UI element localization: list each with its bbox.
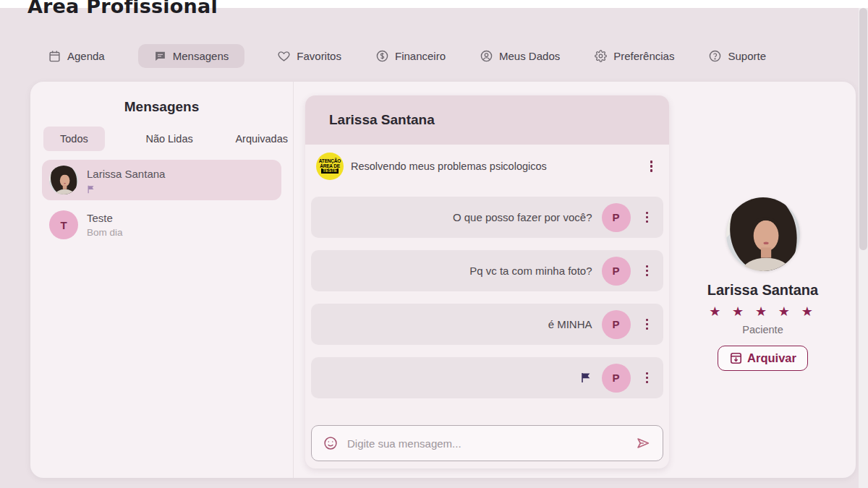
dollar-circle-icon <box>376 50 388 62</box>
message-text: O que posso fazer por você? <box>453 211 592 223</box>
chat-header: Larissa Santana <box>305 95 669 145</box>
page-scrollbar[interactable] <box>859 8 868 488</box>
tab-favoritos[interactable]: Favoritos <box>276 44 343 68</box>
conversation-preview: Bom dia <box>87 227 123 238</box>
gear-icon <box>595 50 607 62</box>
help-circle-icon <box>709 50 721 62</box>
chat-message-list: ATENÇÃO ÁREA DE TESTE Resolvendo meus pr… <box>305 145 669 410</box>
message-input[interactable] <box>347 437 626 450</box>
message-menu-icon[interactable] <box>644 158 659 175</box>
archive-box-icon <box>729 351 743 365</box>
tab-suporte[interactable]: Suporte <box>707 44 767 68</box>
tab-label: Meus Dados <box>499 50 560 62</box>
archive-button-label: Arquivar <box>747 351 796 365</box>
badge-line: TESTE <box>321 168 339 174</box>
message-text: Pq vc ta com minha foto? <box>469 265 592 277</box>
message-row-incoming: ATENÇÃO ÁREA DE TESTE Resolvendo meus pr… <box>311 148 663 184</box>
messages-page-card: Mensagens Todos Não Lidas Arquivadas Lar… <box>30 82 856 478</box>
message-text: Resolvendo meus problemas psicologicos <box>351 160 547 172</box>
tab-financeiro[interactable]: Financeiro <box>375 44 447 68</box>
patient-profile-panel: Larissa Santana ★ ★ ★ ★ ★ Paciente Arqui… <box>670 197 856 371</box>
tab-label: Suporte <box>728 50 766 62</box>
flag-icon <box>580 372 592 384</box>
conversation-name: Larissa Santana <box>87 168 165 180</box>
professional-avatar: P <box>602 364 631 393</box>
message-menu-icon[interactable] <box>640 209 655 226</box>
message-row-outgoing: Pq vc ta com minha foto? P <box>311 250 663 291</box>
message-row-outgoing-flagged: P <box>311 357 663 398</box>
message-row-outgoing: é MINHA P <box>311 304 663 345</box>
professional-avatar: P <box>602 257 631 286</box>
flag-icon <box>87 184 95 192</box>
avatar: T <box>49 210 78 239</box>
send-icon[interactable] <box>635 435 651 451</box>
chat-panel: Larissa Santana ATENÇÃO ÁREA DE TESTE Re… <box>305 95 669 468</box>
avatar <box>49 166 78 194</box>
conversation-name: Teste <box>87 212 113 224</box>
tab-label: Preferências <box>613 50 674 62</box>
scrollbar-thumb[interactable] <box>859 8 867 250</box>
archive-button[interactable]: Arquivar <box>718 346 808 371</box>
user-circle-icon <box>480 50 493 62</box>
message-menu-icon[interactable] <box>640 262 655 280</box>
filter-nao-lidas[interactable]: Não Lidas <box>144 127 194 151</box>
message-menu-icon[interactable] <box>640 316 655 333</box>
patient-name: Larissa Santana <box>707 282 818 299</box>
conversation-list: Larissa Santana T Teste Bom dia <box>30 160 293 245</box>
main-tab-bar: Agenda Mensagens Favoritos Financeiro Me… <box>47 43 767 69</box>
tab-label: Agenda <box>67 50 105 62</box>
chat-title: Larissa Santana <box>329 112 435 128</box>
tab-label: Mensagens <box>173 50 229 62</box>
tab-label: Favoritos <box>297 50 341 62</box>
emoji-icon[interactable] <box>323 436 338 450</box>
page-title: Área Profissional <box>27 0 218 17</box>
avatar <box>726 197 800 271</box>
inbox-title: Mensagens <box>30 99 293 115</box>
heart-icon <box>278 50 290 62</box>
calendar-icon <box>48 50 61 62</box>
filter-todos[interactable]: Todos <box>43 127 105 151</box>
test-area-badge-avatar: ATENÇÃO ÁREA DE TESTE <box>316 153 344 180</box>
filter-arquivadas[interactable]: Arquivadas <box>234 127 289 151</box>
message-input-bar <box>311 425 663 461</box>
tab-agenda[interactable]: Agenda <box>47 44 106 68</box>
rating-stars: ★ ★ ★ ★ ★ <box>709 304 817 319</box>
tab-meus-dados[interactable]: Meus Dados <box>479 44 561 68</box>
professional-avatar: P <box>602 310 631 339</box>
tab-preferencias[interactable]: Preferências <box>593 44 676 68</box>
tab-mensagens[interactable]: Mensagens <box>138 44 245 68</box>
message-square-icon <box>154 50 166 62</box>
inbox-filters: Todos Não Lidas Arquivadas <box>43 127 289 151</box>
conversation-list-panel: Mensagens Todos Não Lidas Arquivadas Lar… <box>30 82 294 478</box>
conversation-item-teste[interactable]: T Teste Bom dia <box>42 205 281 245</box>
message-menu-icon[interactable] <box>640 369 655 387</box>
conversation-item-larissa[interactable]: Larissa Santana <box>42 160 281 200</box>
message-text: é MINHA <box>548 318 592 330</box>
professional-avatar: P <box>602 203 631 232</box>
tab-label: Financeiro <box>395 50 446 62</box>
patient-role: Paciente <box>742 324 783 335</box>
message-row-outgoing: O que posso fazer por você? P <box>311 197 663 238</box>
